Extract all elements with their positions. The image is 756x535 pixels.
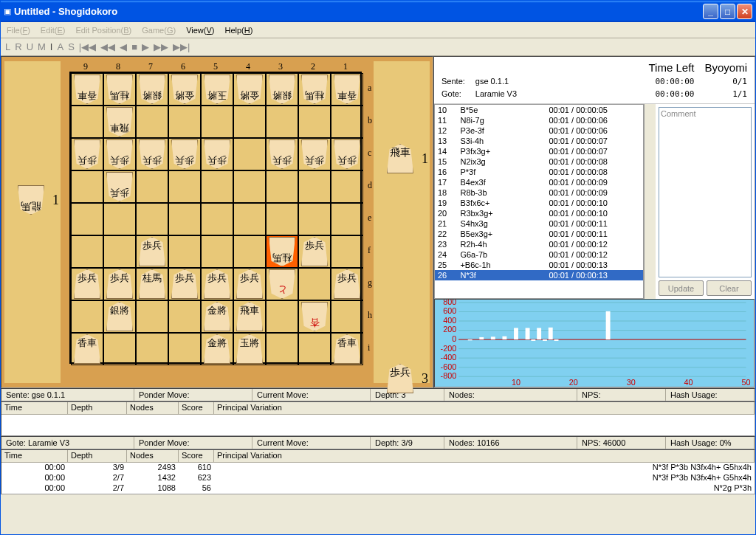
move-row[interactable]: 17B4ex3f00:01 / 00:00:09: [435, 177, 643, 187]
nav-last-icon[interactable]: ▶▶|: [173, 41, 190, 52]
nav-back-icon[interactable]: ◀: [120, 41, 127, 52]
shogi-piece[interactable]: 歩兵: [106, 172, 133, 201]
board-cell[interactable]: 歩兵: [201, 138, 233, 170]
close-button[interactable]: ✕: [737, 4, 752, 19]
board-cell[interactable]: 歩兵: [103, 170, 136, 203]
board-cell[interactable]: 金將: [201, 300, 233, 333]
move-row[interactable]: 25+B6c-1h00:01 / 00:00:13: [435, 260, 643, 270]
nav-forward-icon[interactable]: ▶▶: [154, 41, 168, 52]
board-cell[interactable]: [331, 235, 363, 268]
board-cell[interactable]: [298, 268, 331, 300]
shogi-piece[interactable]: 歩兵: [301, 139, 328, 169]
board-cell[interactable]: [103, 235, 136, 268]
shogi-piece[interactable]: 銀將: [139, 75, 165, 104]
shogi-piece[interactable]: 桂馬: [301, 75, 328, 104]
shogi-piece[interactable]: 歩兵: [74, 269, 100, 299]
board-cell[interactable]: 銀將: [266, 73, 298, 106]
shogi-piece[interactable]: 歩兵: [171, 139, 198, 169]
board-cell[interactable]: 歩兵: [266, 138, 298, 170]
board-cell[interactable]: [136, 170, 168, 203]
shogi-piece[interactable]: 杏: [301, 302, 328, 331]
menu-help[interactable]: Help(H): [224, 26, 252, 35]
shogi-piece[interactable]: 桂馬: [106, 75, 133, 104]
shogi-piece[interactable]: 歩兵: [301, 237, 328, 266]
move-list[interactable]: 10B*5e00:01 / 00:00:0511N8i-7g00:01 / 00…: [434, 104, 644, 299]
shogi-piece[interactable]: 歩兵: [204, 269, 230, 299]
board-cell[interactable]: [168, 300, 201, 333]
board-cell[interactable]: 歩兵: [168, 268, 201, 300]
board-cell[interactable]: [201, 170, 233, 203]
board-cell[interactable]: 歩兵: [71, 268, 103, 300]
board-cell[interactable]: [103, 333, 136, 365]
board-cell[interactable]: 香車: [71, 73, 103, 106]
shogi-piece[interactable]: 銀將: [269, 75, 295, 104]
board-cell[interactable]: [266, 300, 298, 333]
move-row[interactable]: 23R2h-4h00:01 / 00:00:12: [435, 239, 643, 249]
nav-rewind-icon[interactable]: ◀◀: [100, 41, 115, 52]
board-cell[interactable]: [168, 170, 201, 203]
board-cell[interactable]: 金將: [233, 73, 266, 106]
board-cell[interactable]: 香車: [331, 333, 363, 365]
shogi-piece[interactable]: 金將: [236, 75, 263, 104]
board-cell[interactable]: [136, 333, 168, 365]
shogi-piece[interactable]: 歩兵: [236, 269, 263, 299]
shogi-piece[interactable]: 歩兵: [334, 269, 360, 299]
board-cell[interactable]: 香車: [331, 73, 363, 106]
board-cell[interactable]: [266, 170, 298, 203]
board-cell[interactable]: 歩兵: [201, 268, 233, 300]
board-cell[interactable]: 玉將: [201, 73, 233, 106]
shogi-piece[interactable]: 桂馬: [269, 237, 295, 266]
board-cell[interactable]: 歩兵: [331, 138, 363, 170]
board-cell[interactable]: 桂馬: [298, 73, 331, 106]
board[interactable]: 987654321 香車桂馬銀將金將玉將金將銀將桂馬香車飛車歩兵歩兵歩兵歩兵歩兵…: [69, 61, 362, 383]
board-cell[interactable]: [103, 203, 136, 235]
board-cell[interactable]: [71, 106, 103, 138]
board-cell[interactable]: 歩兵: [103, 268, 136, 300]
board-cell[interactable]: [71, 170, 103, 203]
shogi-piece[interactable]: 歩兵: [139, 237, 165, 266]
shogi-piece[interactable]: 桂馬: [139, 269, 165, 299]
board-cell[interactable]: [168, 235, 201, 268]
shogi-piece[interactable]: 歩兵: [269, 139, 295, 169]
tool-a[interactable]: A: [57, 41, 63, 52]
scrollbar[interactable]: [644, 104, 656, 299]
titlebar[interactable]: ▣ Untitled - Shogidokoro _ □ ✕: [1, 1, 755, 22]
board-cell[interactable]: [266, 333, 298, 365]
board-cell[interactable]: 歩兵: [331, 268, 363, 300]
tool-r[interactable]: R: [15, 41, 21, 52]
board-cell[interactable]: [233, 138, 266, 170]
board-cell[interactable]: 桂馬: [136, 268, 168, 300]
maximize-button[interactable]: □: [720, 4, 735, 19]
board-cell[interactable]: [331, 106, 363, 138]
board-cell[interactable]: [331, 170, 363, 203]
board-cell[interactable]: 杏: [298, 300, 331, 333]
board-cell[interactable]: [266, 203, 298, 235]
move-row[interactable]: 10B*5e00:01 / 00:00:05: [435, 105, 643, 115]
board-cell[interactable]: 飛車: [103, 106, 136, 138]
move-row[interactable]: 12P3e-3f00:01 / 00:00:06: [435, 125, 643, 136]
hand-piece[interactable]: 歩兵3: [384, 364, 416, 393]
board-cell[interactable]: 香車: [71, 333, 103, 365]
board-cell[interactable]: [168, 203, 201, 235]
board-cell[interactable]: 飛車: [233, 300, 266, 333]
shogi-piece[interactable]: 金將: [204, 302, 230, 331]
move-row[interactable]: 21S4hx3g00:01 / 00:00:11: [435, 218, 643, 229]
board-cell[interactable]: [201, 203, 233, 235]
move-row[interactable]: 16P*3f00:01 / 00:00:08: [435, 167, 643, 177]
board-cell[interactable]: 歩兵: [298, 138, 331, 170]
move-row[interactable]: 18R8b-3b00:01 / 00:00:09: [435, 187, 643, 198]
board-cell[interactable]: 歩兵: [71, 138, 103, 170]
shogi-piece[interactable]: 歩兵: [139, 139, 165, 169]
board-cell[interactable]: 歩兵: [298, 235, 331, 268]
board-cell[interactable]: [298, 170, 331, 203]
board-cell[interactable]: 金將: [201, 333, 233, 365]
tool-i[interactable]: I: [50, 41, 53, 52]
tool-m[interactable]: M: [38, 41, 46, 52]
shogi-piece[interactable]: 歩兵: [106, 269, 133, 299]
move-row[interactable]: 19B3fx6c+00:01 / 00:00:10: [435, 198, 643, 208]
board-cell[interactable]: [298, 106, 331, 138]
shogi-piece[interactable]: 香車: [334, 334, 360, 364]
tool-l[interactable]: L: [5, 41, 10, 52]
board-cell[interactable]: 銀將: [136, 73, 168, 106]
board-cell[interactable]: 玉將: [233, 333, 266, 365]
